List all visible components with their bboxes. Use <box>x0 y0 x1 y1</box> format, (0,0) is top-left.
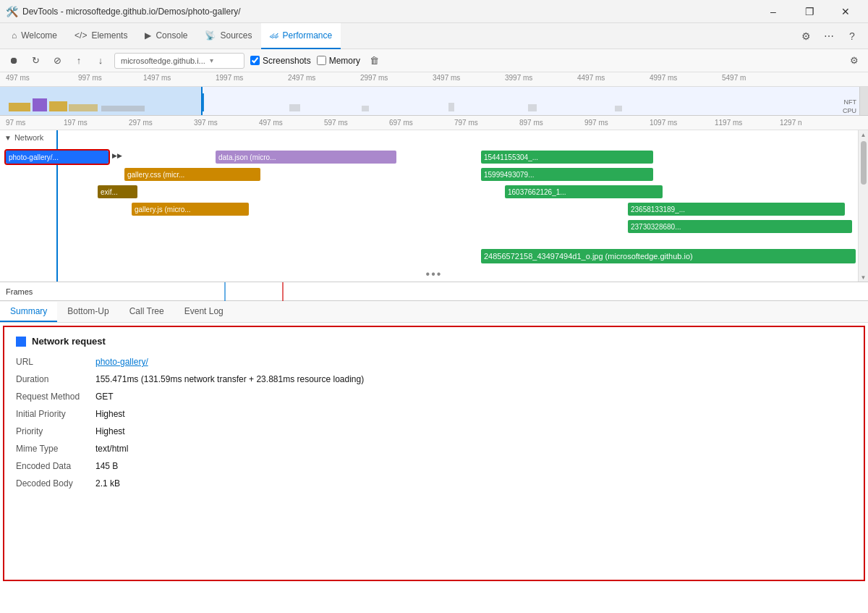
row-label-img6: 24856572158_43497494d1_o.jpg (microsofte… <box>484 252 693 261</box>
summary-row-priority: Priority Highest <box>16 425 852 438</box>
timeline-chart: CPU NFT <box>0 87 868 116</box>
scroll-up-arrow[interactable]: ▲ <box>861 132 867 138</box>
window-title: DevTools - microsoftedge.github.io/Demos… <box>22 7 757 17</box>
tab-summary[interactable]: Summary <box>0 302 57 322</box>
duration-key: Duration <box>16 373 95 386</box>
scroll-down-arrow[interactable]: ▼ <box>861 274 867 281</box>
network-row-img1[interactable]: 15441155304_... <box>481 151 653 164</box>
tab-sources[interactable]: 📡 Sources <box>196 23 260 49</box>
network-row-gallery-css[interactable]: gallery.css (micr... <box>124 168 260 181</box>
url-text: microsoftedge.github.i... <box>121 56 205 65</box>
encoded-value: 145 B <box>95 460 118 473</box>
tab-performance[interactable]: 🏎 Performance <box>261 23 341 49</box>
record-button[interactable]: ⏺ <box>6 53 22 69</box>
initial-priority-value: Highest <box>95 407 125 420</box>
priority-key: Priority <box>16 425 95 438</box>
more-tabs-button[interactable]: ⋯ <box>819 26 839 46</box>
network-row-img2[interactable]: 15999493079... <box>481 168 653 181</box>
screenshots-checkbox[interactable] <box>250 56 260 65</box>
memory-checkbox[interactable] <box>317 56 326 65</box>
memory-checkbox-label[interactable]: Memory <box>317 56 360 66</box>
summary-row-decoded: Decoded Body 2.1 kB <box>16 477 852 490</box>
network-row-img4[interactable]: 23658133189_... <box>628 203 845 216</box>
method-key: Request Method <box>16 390 95 403</box>
more-button[interactable]: ••• <box>426 268 443 281</box>
frames-row: Frames <box>0 282 868 301</box>
summary-row-method: Request Method GET <box>16 390 852 403</box>
summary-title-text: Network request <box>32 336 106 347</box>
network-ruler: 97 ms 197 ms 297 ms 397 ms 497 ms 597 ms… <box>0 116 868 130</box>
frame-marker-red <box>282 282 284 301</box>
net-tick-12: 1297 n <box>780 119 802 127</box>
priority-value: Highest <box>95 425 125 438</box>
tab-call-tree[interactable]: Call Tree <box>119 302 174 322</box>
ruler-tick-0: 497 ms <box>6 74 30 82</box>
bottom-tab-bar: Summary Bottom-Up Call Tree Event Log <box>0 301 868 323</box>
summary-panel: Network request URL photo-gallery/ Durat… <box>3 326 865 581</box>
network-row-exif[interactable]: exif... <box>98 185 137 198</box>
tab-elements[interactable]: </> Elements <box>66 23 136 49</box>
ruler-tick-1: 997 ms <box>78 74 102 82</box>
net-tick-6: 697 ms <box>389 119 413 127</box>
url-value[interactable]: photo-gallery/ <box>95 355 148 368</box>
stop-button[interactable]: ⊘ <box>49 53 65 69</box>
ruler-tick-3: 1997 ms <box>216 74 243 82</box>
net-tick-2: 297 ms <box>129 119 153 127</box>
network-row-img5[interactable]: 23730328680... <box>628 220 852 233</box>
row-label-img5: 23730328680... <box>631 223 681 231</box>
tab-welcome[interactable]: ⌂ Welcome <box>3 23 66 49</box>
row-label-gallery-css: gallery.css (micr... <box>127 171 184 179</box>
network-row-gallery-js[interactable]: gallery.js (micro... <box>132 203 249 216</box>
network-row-img6[interactable]: 24856572158_43497494d1_o.jpg (microsofte… <box>481 249 856 263</box>
net-tick-10: 1097 ms <box>650 119 677 127</box>
row-label-data-json: data.json (micro... <box>218 153 276 161</box>
console-icon: ▶ <box>145 30 151 41</box>
close-button[interactable]: ✕ <box>829 0 862 23</box>
net-tick-4: 497 ms <box>259 119 283 127</box>
net-tick-0: 97 ms <box>6 119 25 127</box>
ruler-tick-9: 4997 ms <box>650 74 677 82</box>
capture-settings-button[interactable]: ⚙ <box>846 53 862 69</box>
row-label-img3: 16037662126_1... <box>508 188 566 196</box>
trash-button[interactable]: 🗑 <box>366 53 382 69</box>
bottom-panel: Summary Bottom-Up Call Tree Event Log Ne… <box>0 301 868 584</box>
scroll-thumb[interactable] <box>861 141 867 185</box>
download-button[interactable]: ↓ <box>93 53 109 69</box>
expand-arrow[interactable]: ▼ <box>4 134 12 142</box>
network-row-data-json[interactable]: data.json (micro... <box>216 151 396 164</box>
network-content: ▼ Network photo-gallery/... ▶▶ data.json… <box>0 130 868 282</box>
net-tick-5: 597 ms <box>324 119 348 127</box>
upload-button[interactable]: ↑ <box>71 53 87 69</box>
network-section-label: ▼ Network <box>4 133 43 142</box>
elements-icon: </> <box>75 30 87 41</box>
network-scrollbar: ▲ ▼ <box>858 130 868 282</box>
ruler-tick-10: 5497 m <box>722 74 746 82</box>
reload-record-button[interactable]: ↻ <box>27 53 43 69</box>
net-tick-1: 197 ms <box>64 119 88 127</box>
maximize-button[interactable]: ❐ <box>793 0 826 23</box>
network-timeline: 97 ms 197 ms 297 ms 397 ms 497 ms 597 ms… <box>0 116 868 282</box>
net-tick-7: 797 ms <box>454 119 478 127</box>
row-label-img2: 15999493079... <box>484 171 535 179</box>
ruler-tick-6: 3497 ms <box>433 74 460 82</box>
tab-event-log[interactable]: Event Log <box>174 302 234 322</box>
duration-value: 155.471ms (131.59ms network transfer + 2… <box>95 373 364 386</box>
settings-tab-button[interactable]: ⚙ <box>796 26 816 46</box>
tab-console[interactable]: ▶ Console <box>136 23 196 49</box>
summary-row-duration: Duration 155.471ms (131.59ms network tra… <box>16 373 852 386</box>
timeline-overview[interactable]: 497 ms 997 ms 1497 ms 1997 ms 2497 ms 29… <box>0 72 868 116</box>
tab-bottom-up[interactable]: Bottom-Up <box>57 302 119 322</box>
network-row-img3[interactable]: 16037662126_1... <box>505 185 663 198</box>
network-row-photo-gallery[interactable]: photo-gallery/... <box>6 151 109 164</box>
row-label-photo-gallery: photo-gallery/... <box>9 153 59 161</box>
nft-label: NFT <box>844 98 857 106</box>
help-button[interactable]: ? <box>842 26 862 46</box>
minimize-button[interactable]: – <box>757 0 790 23</box>
screenshots-checkbox-label[interactable]: Screenshots <box>250 56 311 66</box>
screenshots-label: Screenshots <box>263 56 311 66</box>
row-label-img4: 23658133189_... <box>631 206 685 214</box>
window-controls: – ❐ ✕ <box>757 0 862 23</box>
cpu-label: CPU <box>843 107 856 114</box>
summary-row-encoded: Encoded Data 145 B <box>16 460 852 473</box>
summary-row-initial-priority: Initial Priority Highest <box>16 407 852 420</box>
